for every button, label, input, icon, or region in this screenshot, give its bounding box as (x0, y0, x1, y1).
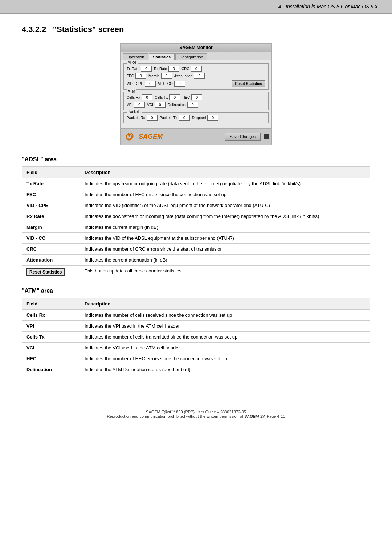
cells-rx-input[interactable] (142, 94, 152, 100)
field-reset-statistics: Reset Statistics (22, 266, 80, 279)
adsl-group: ADSL Tx Rate Rx Rate CRC (123, 63, 269, 90)
table-row: Margin Indicates the current margin (in … (22, 222, 370, 233)
cells-rx-field: Cells Rx (127, 94, 152, 100)
field-vid-cpe: VID - CPE (22, 200, 80, 211)
desc-cells-tx: Indicates the number of cells transmitte… (80, 332, 370, 343)
table-row: Attenuation Indicates the current attenu… (22, 255, 370, 266)
page-header: 4 - Installation in Mac OS 8.6 or Mac OS… (0, 0, 392, 14)
desc-fec: Indicates the number of FEC errors since… (80, 189, 370, 200)
packets-tx-label: Packets Tx (160, 116, 177, 120)
sagem-footer: SAGEM Save Changes (121, 128, 271, 145)
table-row: Cells Rx Indicates the number of cells r… (22, 310, 370, 321)
table-row: Rx Rate Indicates the downstream or inco… (22, 211, 370, 222)
packets-tx-field: Packets Tx (160, 115, 190, 121)
vpi-field: VPI (127, 102, 145, 108)
field-vid-co: VID - CO (22, 233, 80, 244)
tx-rate-label: Tx Rate (127, 67, 139, 71)
tab-configuration[interactable]: Configuration (175, 53, 207, 60)
sagem-tabs: Operation Statistics Configuration (121, 52, 271, 60)
adsl-table-col1: Field (22, 167, 80, 178)
cells-tx-field: Cells Tx (155, 94, 180, 100)
packets-rx-label: Packets Rx (127, 116, 145, 120)
vpi-label: VPI (127, 103, 132, 107)
adsl-area-title: "ADSL" area (22, 156, 370, 163)
adsl-group-label: ADSL (127, 61, 138, 65)
adsl-table-col2: Description (80, 167, 370, 178)
vid-cpe-input[interactable] (145, 81, 156, 87)
adsl-row-3: VID - CPE VID - CO Reset Statistics (127, 80, 265, 87)
packets-group: Packets Packets Rx Packets Tx Dropped (123, 112, 269, 123)
field-vpi: VPI (22, 321, 80, 332)
desc-margin: Indicates the current margin (in dB) (80, 222, 370, 233)
footer-brand: SAGEM SA (244, 414, 266, 418)
packets-group-label: Packets (127, 110, 142, 114)
hec-input[interactable] (191, 94, 202, 100)
tab-operation[interactable]: Operation (123, 53, 148, 60)
dropped-input[interactable] (207, 115, 218, 121)
atm-table-col2: Description (80, 298, 370, 310)
vpi-input[interactable] (134, 102, 145, 108)
cells-rx-label: Cells Rx (127, 96, 140, 100)
adsl-row-2: FEC Margin Attenuation (127, 73, 265, 79)
cells-tx-input[interactable] (169, 94, 180, 100)
cells-tx-label: Cells Tx (155, 96, 168, 100)
table-row: Cells Tx Indicates the number of cells t… (22, 332, 370, 343)
atm-group-label: ATM (127, 89, 136, 93)
chapter-title: 4 - Installation in Mac OS 8.6 or Mac OS… (278, 4, 377, 9)
field-cells-tx: Cells Tx (22, 332, 80, 343)
table-row: VID - CO Indicates the VID of the ADSL e… (22, 233, 370, 244)
margin-label: Margin (148, 74, 160, 78)
section-title: 4.3.2.2 "Statistics" screen (22, 25, 370, 34)
table-row: VID - CPE Indicates the VID (identifier)… (22, 200, 370, 211)
save-changes-button[interactable]: Save Changes (225, 133, 261, 141)
tx-rate-input[interactable] (141, 66, 152, 72)
desc-tx-rate: Indicates the upstream or outgoing rate … (80, 178, 370, 189)
fec-input[interactable] (135, 73, 146, 79)
vid-cpe-field: VID - CPE (127, 81, 156, 87)
attenuation-input[interactable] (194, 73, 205, 79)
sagem-logo: SAGEM (123, 131, 163, 142)
field-fec: FEC (22, 189, 80, 200)
table-row: VCI Indicates the VCI used in the ATM ce… (22, 343, 370, 353)
reset-statistics-badge: Reset Statistics (26, 268, 65, 276)
vid-co-input[interactable] (174, 81, 185, 87)
desc-vci: Indicates the VCI used in the ATM cell h… (80, 343, 370, 353)
field-hec: HEC (22, 353, 80, 364)
hec-field: HEC (182, 94, 202, 100)
delineation-label: Delineation (168, 103, 186, 107)
packets-tx-input[interactable] (179, 115, 190, 121)
margin-field: Margin (148, 73, 172, 79)
packets-row-1: Packets Rx Packets Tx Dropped (127, 115, 265, 121)
packets-rx-input[interactable] (147, 115, 158, 121)
fec-field: FEC (127, 73, 146, 79)
vci-input[interactable] (155, 102, 166, 108)
desc-reset-statistics: This button updates all these counter st… (80, 266, 370, 279)
field-tx-rate: Tx Rate (22, 178, 80, 189)
desc-crc: Indicates the number of CRC errors since… (80, 244, 370, 255)
sagem-logo-text: SAGEM (139, 133, 163, 141)
tab-statistics[interactable]: Statistics (149, 53, 175, 60)
delineation-input[interactable] (187, 102, 198, 108)
desc-vpi: Indicates the VPI used in the ATM cell h… (80, 321, 370, 332)
table-row: FEC Indicates the number of FEC errors s… (22, 189, 370, 200)
field-margin: Margin (22, 222, 80, 233)
rx-rate-input[interactable] (168, 66, 179, 72)
reset-statistics-button[interactable]: Reset Statistics (232, 80, 265, 87)
vid-co-field: VID - CO (158, 81, 185, 87)
page-footer: SAGEM F@st™ 800 (PPP) User Guide – 28802… (0, 406, 392, 422)
packets-rx-field: Packets Rx (127, 115, 158, 121)
vci-label: VCI (147, 103, 153, 107)
dropped-field: Dropped (192, 115, 218, 121)
desc-cells-rx: Indicates the number of cells received s… (80, 310, 370, 321)
vid-cpe-label: VID - CPE (127, 82, 143, 86)
sagem-titlebar: SAGEM Monitor (121, 44, 271, 52)
footer-line1: SAGEM F@st™ 800 (PPP) User Guide – 28802… (22, 410, 370, 414)
desc-hec: Indicates the number of HEC errors since… (80, 353, 370, 364)
table-row: HEC Indicates the number of HEC errors s… (22, 353, 370, 364)
attenuation-field: Attenuation (174, 73, 205, 79)
crc-input[interactable] (191, 66, 202, 72)
desc-attenuation: Indicates the current attenuation (in dB… (80, 255, 370, 266)
table-row: Reset Statistics This button updates all… (22, 266, 370, 279)
margin-input[interactable] (161, 73, 172, 79)
delineation-field: Delineation (168, 102, 198, 108)
